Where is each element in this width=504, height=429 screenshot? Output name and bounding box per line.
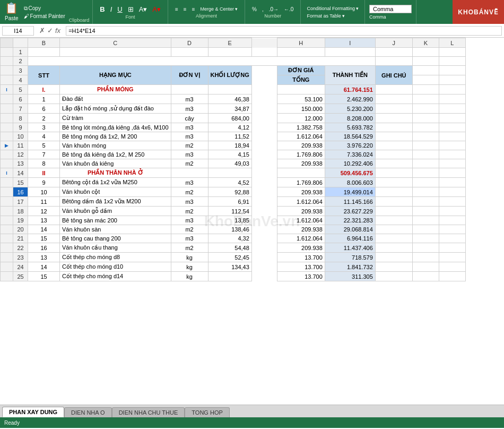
col-i-header[interactable]: I (325, 38, 375, 48)
table-row[interactable]: 6 1 Đào đất m3 46,38 53.100 2.462.990 (1, 95, 466, 104)
merge-center-button[interactable]: Merge & Center ▾ (199, 6, 240, 12)
table-row[interactable]: ▶ 11 5 Ván khuôn móng m2 18,94 209.938 3… (1, 141, 466, 150)
khoi-luong-header: KHỐI LƯỢNG (208, 66, 251, 85)
copy-button[interactable]: ⧉ Copy (22, 5, 67, 12)
table-row[interactable]: 24 14 Cốt thép cho móng d10 kg 134,43 13… (1, 262, 466, 272)
thanh-tien-header: THÀNH TIỀN (325, 66, 375, 85)
formula-cross-icon[interactable]: ✗ (39, 27, 45, 35)
formula-bar: ✗ ✓ fx (0, 24, 504, 38)
font-color-button[interactable]: A▾ (151, 5, 162, 14)
format-as-table-button[interactable]: Format as Table ▾ (305, 13, 346, 19)
table-row[interactable]: 15 9 Bêtông cột đá 1x2 vữa M250 m3 4,52 … (1, 178, 466, 187)
fill-color-button[interactable]: A▾ (137, 5, 149, 14)
table-row[interactable]: 12 7 Bê tông đá kiêng đá 1x2, M 250 m3 4… (1, 150, 466, 159)
table-row: 2 (1, 57, 466, 66)
clipboard-group: 📋 Paste ⧉ Copy 🖌 Format Painter Clipboar… (0, 0, 93, 24)
section-ii-header-row[interactable]: I 14 II PHẦN THÂN NHÀ Ở 509.456.675 (1, 168, 466, 178)
formula-input[interactable] (66, 26, 502, 36)
table-header-row: 3 STT HẠNG MỤC ĐƠN VỊ KHỐI LƯỢNG ĐƠN GIÁ… (1, 66, 466, 75)
section-ii-label: PHẦN THÂN NHÀ Ở (60, 168, 171, 178)
hang-muc-header: HẠNG MỤC (60, 66, 171, 85)
section-i-label: PHẦN MÓNG (60, 85, 171, 95)
section-ii-total: 509.456.675 (325, 168, 375, 178)
section-i-id: I. (28, 85, 60, 95)
sheet-tab-tong-hop[interactable]: TONG HOP (185, 407, 229, 417)
sheet-tab-dien-nha-chu-thue[interactable]: DIEN NHA CHU THUE (112, 407, 185, 417)
table-row[interactable]: 20 14 Ván khuôn sàn m2 138,46 209.938 29… (1, 225, 466, 234)
table-row[interactable]: 23 13 Cốt thép cho móng d8 kg 52,45 13.7… (1, 253, 466, 262)
section-i-total: 61.764.151 (325, 85, 375, 95)
ghi-chu-header: GHI CHÚ (375, 66, 412, 85)
font-group: B I U ⊞ A▾ A▾ Font (93, 0, 168, 24)
section-ii-id: II (28, 168, 60, 178)
align-right-button[interactable]: ≡ (190, 6, 197, 13)
logo: KHOBÁNVẼ (453, 0, 504, 24)
formula-fx-icon[interactable]: fx (55, 27, 60, 35)
table-row[interactable]: 16 10 Ván khuôn cột m2 92,88 209.938 19.… (1, 187, 466, 197)
spreadsheet[interactable]: B C D E H I J K L 1 (0, 38, 504, 405)
table-row[interactable]: 25 15 Cốt thép cho móng d14 kg 13.700 31… (1, 272, 466, 281)
table-row[interactable]: 17 11 Bêtông dầm đá 1x2 vữa M200 m3 6,91… (1, 197, 466, 207)
col-b-header[interactable]: B (28, 38, 60, 48)
col-g-header (264, 38, 277, 48)
number-format-group: Comma Comma (365, 0, 416, 24)
table-row[interactable]: 19 13 Bê tông sàn mác 200 m3 13,85 1.612… (1, 216, 466, 225)
alignment-group: ≡ ≡ ≡ Merge & Center ▾ Alignment (168, 0, 245, 24)
col-j-header[interactable]: J (375, 38, 412, 48)
ribbon: 📋 Paste ⧉ Copy 🖌 Format Painter Clipboar… (0, 0, 504, 24)
col-rownums (13, 38, 28, 48)
status-bar: Ready (0, 417, 504, 428)
table-row[interactable]: 9 3 Bê tông lót móng,đá kiêng ,đá 4x6, M… (1, 123, 466, 132)
don-gia-header: ĐƠN GIÁ (277, 66, 325, 75)
formula-check-icon[interactable]: ✓ (47, 27, 53, 35)
col-indicator (1, 38, 13, 48)
number-format-box[interactable]: Comma (369, 5, 412, 13)
col-l-header[interactable]: L (439, 38, 465, 48)
table-row[interactable]: 18 12 Ván khuôn gỗ dầm m2 112,54 209.938… (1, 207, 466, 216)
col-c-header[interactable]: C (60, 38, 171, 48)
col-k-header[interactable]: K (412, 38, 439, 48)
status-label: Ready (4, 420, 20, 426)
col-e-header[interactable]: E (208, 38, 251, 48)
format-painter-button[interactable]: 🖌 Format Painter (22, 13, 67, 20)
conditional-formatting-button[interactable]: Conditional Formatting ▾ (305, 5, 360, 12)
bold-button[interactable]: B (98, 5, 106, 14)
sheet-tabs-bar: PHAN XAY DUNG DIEN NHA O DIEN NHA CHU TH… (0, 405, 504, 417)
grid-table: B C D E H I J K L 1 (0, 38, 466, 281)
increase-decimal-button[interactable]: .0→ (267, 6, 280, 13)
stt-header: STT (28, 66, 60, 85)
table-row[interactable]: 8 2 Cừ tràm cây 684,00 12.000 8.208.000 (1, 114, 466, 123)
sheet-tab-dien-nha-o[interactable]: DIEN NHA O (64, 407, 112, 417)
border-button[interactable]: ⊞ (126, 5, 135, 14)
thousands-button[interactable]: , (260, 6, 265, 13)
col-d-header[interactable]: D (171, 38, 208, 48)
align-center-button[interactable]: ≡ (182, 6, 188, 13)
number-group: % , .0→ ←.0 Number (245, 0, 301, 24)
col-h-header[interactable]: H (277, 38, 325, 48)
decrease-decimal-button[interactable]: ←.0 (282, 6, 295, 13)
table-row: 1 (1, 48, 466, 57)
col-f-header (251, 38, 264, 48)
conditional-formatting-group: Conditional Formatting ▾ Format as Table… (301, 0, 365, 24)
table-row[interactable]: 10 4 Bê tông móng đá 1x2, M 200 m3 11,52… (1, 132, 466, 141)
table-row[interactable]: 22 16 Ván khuôn cầu thang m2 54,48 209.9… (1, 243, 466, 253)
align-left-button[interactable]: ≡ (173, 6, 180, 13)
section-i-header-row[interactable]: I 5 I. PHẦN MÓNG 61.764.151 (1, 85, 466, 95)
selected-cell-i14[interactable]: 19.499.014 (325, 187, 375, 197)
table-row[interactable]: 21 15 Bê tông cau thang 200 m3 4,32 1.61… (1, 234, 466, 243)
table-row[interactable]: 7 6 Lắp đặt hố móng ,sử dụng đất đào m3 … (1, 104, 466, 114)
percent-button[interactable]: % (250, 6, 258, 13)
don-vi-header: ĐƠN VỊ (171, 66, 208, 85)
italic-button[interactable]: I (109, 5, 114, 14)
cell-ref-input[interactable] (2, 26, 34, 36)
underline-button[interactable]: U (116, 5, 124, 14)
paste-button[interactable]: 📋 Paste (3, 1, 20, 22)
table-row[interactable]: 13 8 Ván khuôn đá kiêng m2 49,03 209.938… (1, 159, 466, 168)
sheet-tab-phan-xay-dung[interactable]: PHAN XAY DUNG (2, 407, 64, 417)
don-gia-tong-subheader: TỔNG (277, 75, 325, 85)
